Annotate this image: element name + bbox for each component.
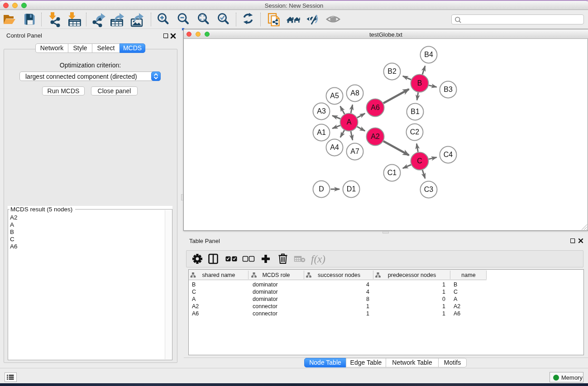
svg-text:C: C: [454, 289, 458, 295]
svg-text:1: 1: [366, 310, 369, 317]
svg-text:0: 0: [442, 296, 445, 302]
svg-text:B1: B1: [411, 108, 420, 115]
svg-text:A8: A8: [350, 89, 359, 97]
svg-text:D1: D1: [347, 185, 356, 193]
svg-text:B: B: [454, 281, 457, 288]
svg-text:1: 1: [442, 289, 445, 295]
svg-text:A4: A4: [330, 143, 339, 151]
svg-text:name: name: [461, 272, 475, 278]
svg-text:A6: A6: [192, 310, 199, 317]
svg-text:A6: A6: [371, 104, 380, 111]
svg-text:C2: C2: [410, 128, 420, 136]
svg-text:C: C: [192, 289, 196, 295]
svg-text:B: B: [192, 281, 196, 288]
svg-text:A2: A2: [192, 303, 199, 310]
svg-text:dominator: dominator: [253, 281, 278, 288]
svg-text:B2: B2: [387, 67, 397, 75]
svg-text:A2: A2: [371, 133, 380, 140]
svg-text:1: 1: [366, 303, 369, 310]
svg-text:shared name: shared name: [202, 272, 235, 278]
svg-text:1: 1: [442, 303, 445, 310]
svg-text:f(x): f(x): [311, 253, 325, 265]
svg-text:A: A: [347, 118, 352, 126]
svg-text:dominator: dominator: [253, 296, 278, 302]
svg-text:successor nodes: successor nodes: [318, 272, 360, 278]
svg-text:D: D: [319, 185, 324, 193]
svg-text:connector: connector: [253, 303, 277, 310]
svg-text:A5: A5: [330, 92, 339, 100]
svg-text:C1: C1: [387, 169, 397, 176]
svg-text:A1: A1: [317, 129, 326, 136]
svg-text:4: 4: [366, 281, 369, 288]
svg-text:C3: C3: [424, 186, 434, 193]
svg-text:1: 1: [442, 310, 445, 317]
svg-text:B: B: [417, 79, 422, 87]
svg-text:C4: C4: [444, 151, 453, 158]
svg-text:MCDS role: MCDS role: [262, 272, 290, 278]
svg-text:A: A: [454, 296, 458, 302]
svg-text:C: C: [417, 157, 422, 165]
svg-text:B3: B3: [444, 86, 453, 93]
svg-text:dominator: dominator: [253, 289, 278, 295]
svg-text:A3: A3: [317, 107, 326, 115]
svg-text:B4: B4: [424, 51, 433, 58]
svg-text:A2: A2: [454, 303, 460, 310]
svg-text:connector: connector: [253, 310, 277, 317]
svg-text:8: 8: [366, 296, 369, 302]
svg-text:4: 4: [366, 289, 369, 295]
svg-text:A7: A7: [350, 148, 359, 155]
svg-text:predecessor nodes: predecessor nodes: [388, 272, 436, 278]
svg-text:1: 1: [442, 281, 445, 288]
svg-text:A6: A6: [454, 310, 460, 317]
svg-text:A: A: [192, 296, 196, 302]
